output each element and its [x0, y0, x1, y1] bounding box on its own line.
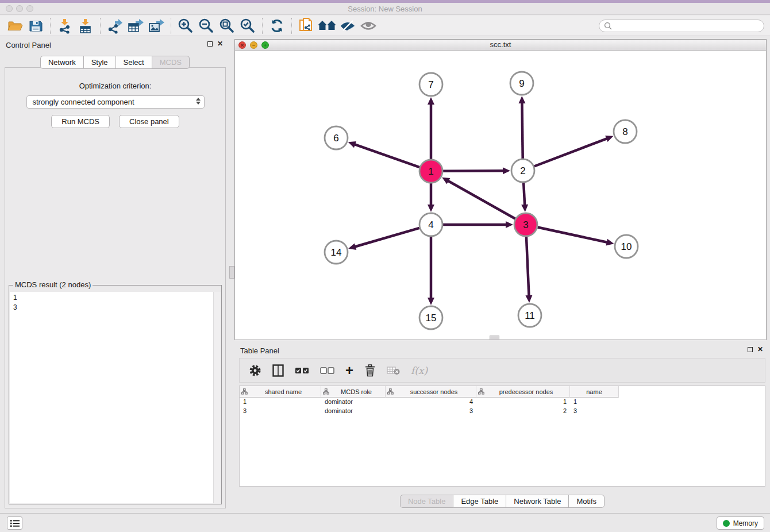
table-cell[interactable]: 1 — [240, 398, 321, 407]
function-fx-icon: f(x) — [411, 365, 428, 376]
graph-edge-2-9[interactable] — [522, 102, 522, 159]
network-close-icon[interactable]: ✕ — [238, 41, 246, 49]
task-history-button[interactable] — [7, 516, 22, 530]
toolbar-separator — [171, 18, 171, 34]
hide-eye-icon[interactable] — [337, 17, 358, 35]
column-header-MCDS-role[interactable]: MCDS role — [321, 386, 386, 398]
column-header-name[interactable]: name — [570, 386, 619, 398]
graph-edge-3-10[interactable] — [538, 227, 608, 242]
result-scrollbar[interactable] — [213, 292, 221, 503]
select-all-checked-icon[interactable] — [295, 367, 310, 375]
graph-edge-2-8[interactable] — [534, 138, 608, 167]
tab-node-table[interactable]: Node Table — [400, 495, 454, 508]
criterion-value: strongly connected component — [33, 98, 134, 106]
tab-network-table[interactable]: Network Table — [506, 495, 569, 508]
table-row[interactable]: 3dominator323 — [240, 407, 765, 416]
window-zoom-button[interactable] — [26, 5, 33, 12]
table-close-panel-icon[interactable]: ✕ — [757, 346, 763, 352]
optimization-criterion-label: Optimization criterion: — [5, 82, 225, 90]
refresh-layout-icon[interactable] — [267, 17, 287, 35]
delete-trash-icon[interactable] — [364, 364, 376, 377]
network-canvas[interactable]: 1234678910111415 — [235, 51, 766, 340]
zoom-selected-icon[interactable] — [237, 17, 258, 35]
criterion-select[interactable]: strongly connected component — [26, 95, 205, 109]
import-network-icon[interactable] — [55, 17, 75, 35]
mcds-result-area[interactable]: 1 3 — [10, 292, 221, 503]
window-close-button[interactable] — [6, 5, 13, 12]
search-input[interactable] — [599, 20, 764, 32]
main-toolbar — [0, 16, 770, 36]
export-network-icon[interactable] — [105, 17, 125, 35]
tab-motifs[interactable]: Motifs — [569, 495, 605, 508]
graph-node-label: 14 — [331, 247, 342, 258]
network-window: ✕ − + scc.txt 1234678910111415 — [234, 39, 767, 340]
home-pair-icon[interactable] — [317, 17, 337, 35]
select-none-unchecked-icon[interactable] — [320, 367, 335, 375]
graph-edge-4-14[interactable] — [355, 228, 419, 247]
graph-node-label: 1 — [428, 166, 433, 177]
table-cell[interactable]: 4 — [386, 398, 476, 407]
graph-edge-3-1[interactable] — [448, 180, 515, 218]
memory-button[interactable]: Memory — [717, 516, 764, 530]
table-cell[interactable]: dominator — [321, 407, 386, 416]
list-icon — [10, 519, 20, 527]
table-cell[interactable]: 2 — [476, 407, 570, 416]
show-eye-icon[interactable] — [358, 17, 379, 35]
tab-style[interactable]: Style — [84, 56, 116, 69]
window-minimize-button[interactable] — [16, 5, 23, 12]
columns-icon[interactable] — [272, 364, 284, 377]
settings-gear-icon[interactable] — [249, 364, 261, 377]
control-panel-tabs: Network Style Select MCDS — [0, 56, 230, 69]
graph-node-label: 6 — [333, 133, 338, 144]
vertical-splitter-handle[interactable] — [229, 266, 234, 279]
graph-edge-arrow — [518, 96, 525, 103]
close-panel-button[interactable]: Close panel — [119, 115, 179, 128]
zoom-fit-icon[interactable] — [217, 17, 237, 35]
graph-edge-1-2[interactable] — [443, 171, 504, 171]
table-tabs: Node Table Edge Table Network Table Moti… — [234, 495, 770, 508]
network-minimize-icon[interactable]: − — [250, 41, 257, 49]
run-mcds-button[interactable]: Run MCDS — [51, 115, 110, 128]
tab-select[interactable]: Select — [116, 56, 152, 69]
table-cell[interactable]: dominator — [321, 398, 386, 407]
search-text-field[interactable] — [613, 22, 750, 30]
zoom-out-icon[interactable] — [196, 17, 217, 35]
tab-edge-table[interactable]: Edge Table — [453, 495, 506, 508]
graph-node-label: 8 — [622, 126, 627, 137]
network-maximize-icon[interactable]: + — [261, 41, 269, 49]
table-float-panel-icon[interactable] — [748, 347, 753, 352]
node-table[interactable]: shared nameMCDS rolesuccessor nodesprede… — [239, 385, 765, 487]
table-cell[interactable]: 1 — [476, 398, 570, 407]
add-plus-icon[interactable]: + — [345, 365, 353, 376]
mcds-result-group: MCDS result (2 nodes) 1 3 — [9, 285, 222, 504]
export-image-icon[interactable] — [146, 17, 167, 35]
export-table-icon[interactable] — [125, 17, 146, 35]
column-header-predecessor-nodes[interactable]: predecessor nodes — [476, 386, 570, 398]
graph-edge-3-11[interactable] — [526, 237, 529, 296]
column-header-successor-nodes[interactable]: successor nodes — [386, 386, 476, 398]
tab-network[interactable]: Network — [40, 56, 84, 69]
save-floppy-icon[interactable] — [25, 17, 46, 35]
horizontal-splitter-handle[interactable] — [490, 336, 499, 340]
table-cell[interactable]: 3 — [386, 407, 476, 416]
app-titlebar: Session: New Session — [0, 3, 770, 15]
status-bar: Memory — [0, 513, 770, 532]
table-cell[interactable]: 3 — [570, 407, 619, 416]
network-window-titlebar[interactable]: ✕ − + scc.txt — [235, 40, 766, 51]
network-from-file-icon[interactable] — [296, 17, 317, 35]
zoom-in-icon[interactable] — [175, 17, 196, 35]
tab-mcds[interactable]: MCDS — [152, 56, 190, 69]
table-cell[interactable]: 1 — [570, 398, 619, 407]
graph-node-label: 9 — [519, 78, 524, 89]
import-table-icon[interactable] — [75, 17, 96, 35]
delete-table-disabled-icon — [387, 365, 401, 376]
graph-edge-1-6[interactable] — [354, 144, 419, 167]
graph-edge-2-3[interactable] — [523, 183, 525, 206]
close-panel-icon[interactable]: ✕ — [217, 41, 223, 47]
float-panel-icon[interactable] — [207, 41, 213, 47]
graph-node-label: 3 — [523, 219, 528, 230]
table-cell[interactable]: 3 — [240, 407, 321, 416]
open-folder-icon[interactable] — [5, 17, 25, 35]
column-header-shared-name[interactable]: shared name — [240, 386, 321, 398]
table-row[interactable]: 1dominator411 — [240, 398, 765, 407]
